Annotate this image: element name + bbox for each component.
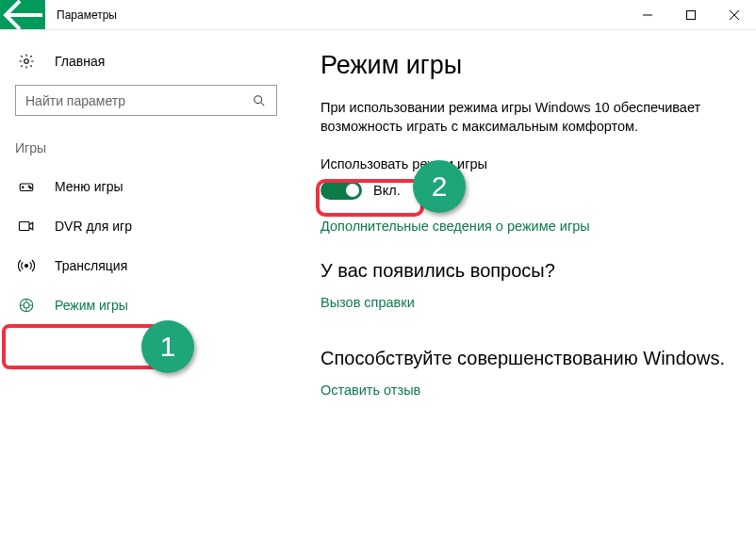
sidebar-item-dvr[interactable]: DVR для игр xyxy=(0,206,292,246)
gear-icon xyxy=(15,53,38,70)
sidebar-item-label: DVR для игр xyxy=(55,219,132,234)
game-bar-icon xyxy=(15,178,38,195)
toggle-state-text: Вкл. xyxy=(373,183,401,198)
svg-point-4 xyxy=(28,186,30,187)
game-mode-icon xyxy=(15,297,38,314)
sidebar: Главная Игры xyxy=(0,30,292,554)
close-button[interactable] xyxy=(713,0,756,29)
back-button[interactable] xyxy=(0,0,45,29)
svg-point-5 xyxy=(30,187,32,189)
sidebar-home[interactable]: Главная xyxy=(0,43,292,79)
sidebar-group-header: Игры xyxy=(0,133,292,167)
window-title: Параметры xyxy=(45,0,626,29)
sidebar-item-game-bar[interactable]: Меню игры xyxy=(0,167,292,206)
svg-rect-6 xyxy=(20,222,30,231)
sidebar-item-label: Трансляция xyxy=(55,258,127,273)
feedback-link[interactable]: Оставить отзыв xyxy=(320,383,737,398)
content-area: Режим игры При использовании режима игры… xyxy=(292,30,756,554)
sidebar-home-label: Главная xyxy=(55,54,105,69)
feedback-heading: Способствуйте совершенствованию Windows. xyxy=(320,348,737,369)
svg-point-2 xyxy=(255,95,262,103)
svg-point-7 xyxy=(25,265,28,268)
minimize-button[interactable] xyxy=(626,0,669,29)
toggle-label: Использовать режим игры xyxy=(320,156,737,171)
search-input[interactable] xyxy=(16,93,242,108)
search-box[interactable] xyxy=(15,85,277,116)
svg-point-1 xyxy=(25,59,29,64)
svg-point-9 xyxy=(24,302,29,308)
questions-heading: У вас появились вопросы? xyxy=(320,260,737,282)
search-icon[interactable] xyxy=(242,94,276,107)
page-description: При использовании режима игры Windows 10… xyxy=(320,99,716,136)
maximize-button[interactable] xyxy=(669,0,713,29)
sidebar-item-game-mode[interactable]: Режим игры xyxy=(0,285,292,325)
titlebar: Параметры xyxy=(0,0,756,30)
dvr-icon xyxy=(15,218,38,235)
more-info-link[interactable]: Дополнительные сведения о режиме игры xyxy=(320,219,737,234)
toggle-knob xyxy=(346,184,359,197)
window-controls xyxy=(626,0,756,29)
help-link[interactable]: Вызов справки xyxy=(320,295,737,310)
broadcast-icon xyxy=(15,257,38,274)
game-mode-toggle[interactable] xyxy=(320,181,362,200)
sidebar-item-label: Меню игры xyxy=(55,179,123,194)
page-title: Режим игры xyxy=(320,51,737,80)
svg-rect-0 xyxy=(687,10,696,19)
sidebar-item-label: Режим игры xyxy=(55,298,128,313)
sidebar-item-broadcast[interactable]: Трансляция xyxy=(0,246,292,285)
